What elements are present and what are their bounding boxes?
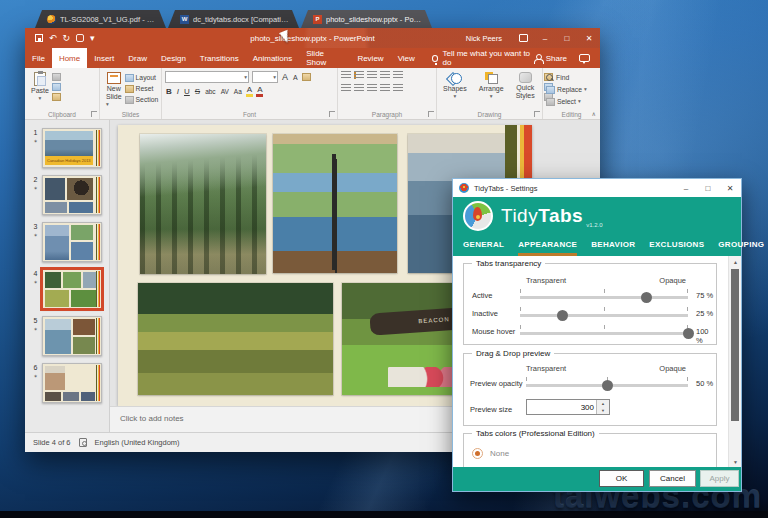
comments-icon[interactable] [579,54,590,62]
tab-view[interactable]: View [391,48,422,68]
bold-button[interactable]: B [165,87,173,96]
select-button[interactable]: Select▾ [546,97,597,106]
shapes-button[interactable]: Shapes ▾ [440,71,470,101]
reset-button[interactable]: Reset [125,84,159,93]
align-right-icon[interactable] [367,84,377,92]
redo-icon[interactable]: ↻ [63,34,71,43]
minimize-button[interactable]: – [534,28,556,48]
maximize-button[interactable]: □ [556,28,578,48]
tab-general[interactable]: GENERAL [463,235,504,256]
slide-thumbnail-1[interactable]: 1✶ Canadian Holidays 2013 [29,128,109,168]
active-transparency-slider[interactable] [520,288,688,304]
close-button[interactable]: ✕ [719,179,741,197]
font-color-button[interactable]: A [256,86,263,97]
find-button[interactable]: Find [546,73,597,82]
new-slide-button[interactable]: New Slide ▾ [103,71,125,108]
apply-button[interactable]: Apply [700,470,739,487]
qat-customize-icon[interactable]: ▾ [90,34,95,43]
numbering-icon[interactable] [354,71,364,79]
decrease-indent-icon[interactable] [367,71,377,79]
slider-thumb[interactable] [602,380,613,391]
tab-behavior[interactable]: BEHAVIOR [591,235,635,256]
grow-font-button[interactable]: A [281,72,289,82]
inactive-transparency-slider[interactable] [520,306,688,322]
italic-button[interactable]: I [176,87,180,96]
underline-button[interactable]: U [183,87,191,96]
tab-draw[interactable]: Draw [121,48,154,68]
tab-word-doc[interactable]: W dc_tidytabs.docx [Compatibility M... [168,10,299,28]
slide-thumbnail-2[interactable]: 2✶ [29,175,109,215]
layout-button[interactable]: Layout [125,73,159,82]
close-button[interactable]: ✕ [578,28,600,48]
preview-opacity-slider[interactable] [526,376,688,392]
share-button[interactable]: Share [534,54,567,63]
tab-insert[interactable]: Insert [87,48,121,68]
cancel-button[interactable]: Cancel [649,470,696,487]
tab-appearance[interactable]: APPEARANCE [518,235,577,256]
arrange-button[interactable]: Arrange ▾ [476,71,507,101]
none-radio[interactable] [472,448,483,459]
ribbon-display-options-button[interactable] [512,28,534,48]
cut-icon[interactable] [52,73,61,81]
scroll-down-icon[interactable]: ▼ [729,456,741,467]
language-indicator[interactable]: English (United Kingdom) [95,438,180,447]
clear-formatting-icon[interactable] [302,73,311,81]
settings-scrollbar[interactable]: ▲ ▼ [728,256,741,467]
scroll-up-icon[interactable]: ▲ [729,256,741,267]
copy-icon[interactable] [52,83,61,91]
slider-thumb[interactable] [641,292,652,303]
format-painter-icon[interactable] [52,93,61,101]
slider-thumb[interactable] [557,310,568,321]
text-shadow-button[interactable]: abc [204,88,216,95]
quick-styles-button[interactable]: Quick Styles [513,71,538,101]
mouse-hover-transparency-slider[interactable] [520,324,688,340]
touch-mode-icon[interactable] [76,34,84,42]
tab-powerpoint-active[interactable]: P photo_slideshow.pptx - PowerPoint [301,10,432,28]
paste-button[interactable]: Paste ▾ [28,71,52,102]
increase-indent-icon[interactable] [380,71,390,79]
tab-exclusions[interactable]: EXCLUSIONS [649,235,704,256]
photo-park-gazebo[interactable] [140,134,266,274]
save-icon[interactable] [35,34,43,42]
font-name-combo[interactable]: ▾ [165,71,249,83]
tab-transitions[interactable]: Transitions [193,48,246,68]
photo-pond[interactable] [138,283,333,395]
tab-slide-show[interactable]: Slide Show [299,48,350,68]
change-case-button[interactable]: Aa [233,88,243,95]
slide-thumbnail-3[interactable]: 3✶ [29,222,109,262]
highlight-color-button[interactable]: A [246,86,253,97]
columns-icon[interactable] [393,84,403,92]
scrollbar-thumb[interactable] [731,269,739,421]
signed-in-user[interactable]: Nick Peers [466,34,502,43]
preview-size-value[interactable]: 300 [527,400,596,414]
align-center-icon[interactable] [354,84,364,92]
tab-review[interactable]: Review [350,48,390,68]
tab-home[interactable]: Home [52,48,87,68]
bullets-icon[interactable] [341,71,351,79]
character-spacing-button[interactable]: AV [220,88,230,95]
tab-file[interactable]: File [25,48,52,68]
photo-map-mural[interactable] [273,134,397,273]
line-spacing-icon[interactable] [393,71,403,79]
tab-animations[interactable]: Animations [246,48,300,68]
spin-up-icon[interactable]: ▲ [597,400,609,407]
ok-button[interactable]: OK [599,470,644,487]
strikethrough-button[interactable]: S [194,87,201,96]
justify-icon[interactable] [380,84,390,92]
tab-firefox-pdf[interactable]: TL-SG2008_V1_UG.pdf - Moz... [35,10,166,28]
preview-size-input[interactable]: 300 ▲ ▼ [526,399,610,415]
spin-down-icon[interactable]: ▼ [597,407,609,414]
maximize-button[interactable]: □ [697,179,719,197]
accessibility-icon[interactable] [79,438,87,447]
collapse-ribbon-icon[interactable]: ∧ [592,110,596,117]
minimize-button[interactable]: – [675,179,697,197]
undo-icon[interactable]: ↶ [49,34,57,43]
tell-me-box[interactable]: Tell me what you want to do [432,49,534,67]
slide-thumbnail-5[interactable]: 5✶ [29,316,109,356]
tab-grouping[interactable]: GROUPING [718,235,764,256]
shrink-font-button[interactable]: A [292,74,299,81]
tab-design[interactable]: Design [154,48,193,68]
section-button[interactable]: Section [125,95,159,104]
align-left-icon[interactable] [341,84,351,92]
slide-thumbnail-6[interactable]: 6✶ [29,363,109,403]
